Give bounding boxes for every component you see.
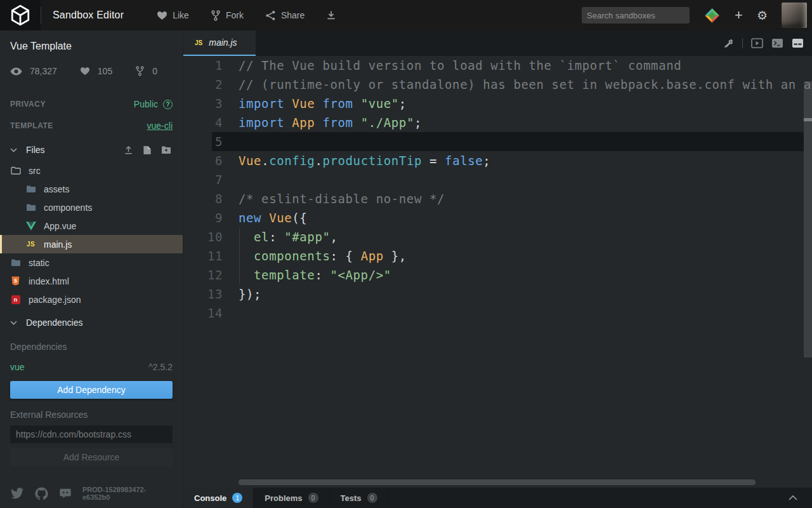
share-button[interactable]: Share <box>265 10 304 21</box>
code-line-2[interactable]: 2// (runtime-only or standalone) has bee… <box>183 75 812 94</box>
file-label: App.vue <box>44 221 76 231</box>
template-link[interactable]: vue-cli <box>147 121 173 131</box>
add-dependency-button[interactable]: Add Dependency <box>10 381 173 399</box>
new-folder-icon[interactable] <box>160 144 173 156</box>
expand-console-button[interactable] <box>789 495 812 500</box>
dependencies-section-header[interactable]: Dependencies <box>0 314 183 331</box>
vue-icon <box>25 222 36 231</box>
search-input[interactable] <box>587 11 698 20</box>
patron-badge-icon[interactable] <box>704 7 721 24</box>
line-number: 9 <box>183 208 223 227</box>
tab-count-badge: 0 <box>367 493 377 503</box>
file-item-components[interactable]: components <box>0 198 183 217</box>
console-view-button[interactable] <box>771 38 783 48</box>
line-number: 4 <box>183 113 223 132</box>
code-line-10[interactable]: 10 el: "#app", <box>183 227 812 246</box>
tab-count-badge: 1 <box>232 493 242 503</box>
codesandbox-logo[interactable] <box>0 0 41 30</box>
new-file-icon[interactable] <box>141 144 154 156</box>
discord-icon[interactable] <box>59 487 72 500</box>
twitter-icon[interactable] <box>10 488 24 499</box>
download-icon <box>326 10 336 20</box>
file-item-main.js[interactable]: JSmain.js <box>0 235 183 253</box>
file-item-package.json[interactable]: npackage.json <box>0 290 183 309</box>
file-item-assets[interactable]: assets <box>0 180 183 198</box>
likes-stat: 105 <box>80 66 112 76</box>
code-line-1[interactable]: 1// The Vue build version to load with t… <box>183 56 812 75</box>
eye-icon <box>10 67 22 76</box>
code-line-11[interactable]: 11 components: { App }, <box>183 246 812 265</box>
new-sandbox-button[interactable]: + <box>735 8 743 22</box>
privacy-value: Public <box>134 99 158 109</box>
file-item-static[interactable]: static <box>0 253 183 272</box>
code-line-9[interactable]: 9new Vue({ <box>183 208 812 227</box>
code-line-13[interactable]: 13}); <box>183 284 812 304</box>
file-item-App.vue[interactable]: App.vue <box>0 217 183 235</box>
header-divider <box>41 7 41 23</box>
toolbar-divider <box>742 38 743 48</box>
editor-pane: JS main.js <box>183 30 812 508</box>
line-number: 8 <box>183 189 223 208</box>
fork-icon <box>135 66 145 76</box>
code-text: components: { App }, <box>239 246 407 265</box>
tab-tests[interactable]: Tests0 <box>330 488 389 508</box>
project-title: Vue Template <box>10 41 173 52</box>
file-item-src[interactable]: src <box>0 161 183 180</box>
likes-count: 105 <box>98 66 112 76</box>
browser-preview-button[interactable] <box>751 38 763 48</box>
code-line-3[interactable]: 3import Vue from "vue"; <box>183 94 812 113</box>
editor-horizontal-scrollbar[interactable] <box>239 479 756 485</box>
help-icon[interactable]: ? <box>163 100 173 109</box>
download-button[interactable] <box>326 10 336 20</box>
chevron-down-icon <box>10 321 17 325</box>
folder-open-icon <box>10 166 21 175</box>
code-line-14[interactable]: 14 <box>183 304 812 323</box>
code-line-7[interactable]: 7 <box>183 170 812 189</box>
dependencies-section-title: Dependencies <box>26 318 83 328</box>
dependencies-subtitle: Dependencies <box>0 342 183 352</box>
heart-icon <box>80 67 90 76</box>
code-line-8[interactable]: 8/* eslint-disable no-new */ <box>183 189 812 208</box>
line-number: 2 <box>183 75 223 94</box>
sidebar: Vue Template 78,327 105 <box>0 30 183 508</box>
line-number: 11 <box>183 246 223 265</box>
add-resource-button[interactable]: Add Resource <box>10 448 173 466</box>
code-text: template: "<App/>" <box>239 265 391 284</box>
tab-main-js[interactable]: JS main.js <box>183 30 256 56</box>
settings-button[interactable]: ⚙ <box>757 10 768 22</box>
editor-vertical-scrollbar[interactable] <box>804 81 812 358</box>
views-stat: 78,327 <box>10 66 57 76</box>
svg-text:5: 5 <box>14 277 17 284</box>
file-item-index.html[interactable]: 5index.html <box>0 272 183 290</box>
tab-filename: main.js <box>209 37 237 48</box>
code-line-5[interactable]: 5 <box>183 132 812 151</box>
tab-count-badge: 0 <box>308 493 318 503</box>
files-section-header[interactable]: Files <box>0 141 183 159</box>
console-tabs: Console1Problems0Tests0 <box>183 488 389 508</box>
tab-console[interactable]: Console1 <box>183 488 254 508</box>
app-title: Sandbox Editor <box>53 10 124 21</box>
folder-icon <box>25 185 36 193</box>
code-line-12[interactable]: 12 template: "<App/>" <box>183 265 812 284</box>
upload-file-icon[interactable] <box>122 144 134 156</box>
github-icon[interactable] <box>35 487 48 500</box>
code-line-6[interactable]: 6Vue.config.productionTip = false; <box>183 151 812 170</box>
tab-problems[interactable]: Problems0 <box>254 488 329 508</box>
code-line-4[interactable]: 4import App from "./App"; <box>183 113 812 132</box>
tab-label: Console <box>194 493 226 503</box>
like-label: Like <box>173 10 189 20</box>
views-count: 78,327 <box>30 66 57 76</box>
scrollbar-thumb[interactable] <box>804 118 812 121</box>
resource-url-input[interactable] <box>10 425 173 443</box>
fork-button[interactable]: Fork <box>211 10 244 21</box>
folder-icon <box>25 203 36 211</box>
like-button[interactable]: Like <box>157 10 189 20</box>
npm-icon: n <box>10 295 21 304</box>
avatar[interactable] <box>782 3 807 28</box>
js-file-icon: JS <box>195 39 202 46</box>
tab-label: Tests <box>341 493 362 503</box>
code-editor[interactable]: 1// The Vue build version to load with t… <box>183 56 812 488</box>
prettify-button[interactable] <box>723 38 734 49</box>
dependency-row[interactable]: vue ^2.5.2 <box>0 362 183 372</box>
split-bottom-button[interactable] <box>792 38 804 48</box>
